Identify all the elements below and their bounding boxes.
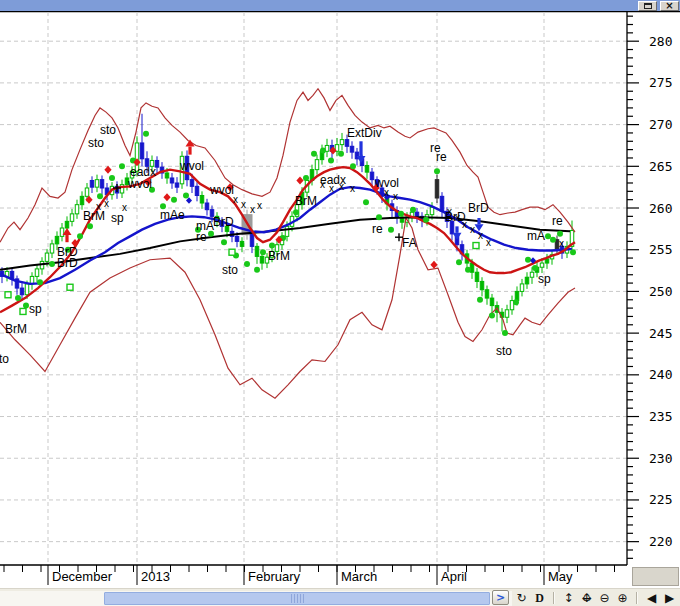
green-dot-marker — [456, 259, 462, 265]
horizontal-scrollbar[interactable] — [0, 591, 512, 606]
green-dot-marker — [570, 249, 576, 255]
scroll-right-button[interactable]: > — [492, 590, 509, 605]
candle-body — [170, 178, 174, 183]
candle-body — [485, 290, 489, 298]
expert-annotation: BrD — [445, 210, 466, 224]
expert-annotation: BrD — [468, 201, 489, 215]
candle-body — [440, 196, 444, 211]
zoom-out-button[interactable]: ⊖ — [597, 591, 612, 606]
candle-body — [20, 288, 24, 295]
candle-body — [350, 146, 354, 152]
x-letter-marker: x — [241, 199, 246, 210]
expert-annotation: BrD — [213, 215, 234, 229]
close-window-button[interactable]: × — [660, 1, 679, 11]
arrow-shaft — [477, 218, 480, 224]
expert-annotation: BrD — [57, 256, 78, 270]
price-chart-canvas: xxxxxxxxxxxxxxxxxxxxstostoeadxwvolwvolwv… — [0, 0, 680, 588]
green-square-marker — [5, 292, 11, 298]
y-axis-label: 280 — [649, 34, 672, 49]
green-dot-marker — [303, 175, 309, 181]
scrollbar-thumb[interactable] — [104, 592, 490, 605]
candle-body — [250, 233, 254, 246]
green-dot-marker — [525, 257, 531, 263]
candle-body — [515, 291, 519, 300]
green-dot-marker — [49, 261, 55, 267]
green-dot-marker — [183, 192, 189, 198]
candle-body — [75, 205, 79, 214]
green-dot-marker — [545, 233, 551, 239]
green-dot-marker — [15, 295, 21, 301]
arrow-shaft — [65, 235, 68, 242]
green-dot-marker — [320, 147, 326, 153]
y-axis-label: 225 — [649, 492, 672, 507]
candle-body — [195, 186, 199, 195]
next-chart-button[interactable]: ▶ — [662, 591, 677, 606]
green-dot-marker — [87, 223, 93, 229]
zoom-in-button[interactable]: ⊕ — [615, 591, 630, 606]
vertical-scale-button[interactable]: ↕ — [561, 591, 576, 606]
y-axis-label: 220 — [649, 534, 672, 549]
candle-body — [165, 173, 169, 178]
candle-body — [25, 284, 29, 295]
green-dot-marker — [388, 227, 394, 233]
toolbar-separator — [553, 592, 555, 604]
candle-body — [70, 214, 74, 222]
x-letter-marker: x — [257, 200, 262, 211]
expert-annotation: wvol — [127, 177, 152, 191]
y-axis-label: 270 — [649, 117, 672, 132]
green-dot-marker — [293, 209, 299, 215]
previous-chart-button[interactable]: ◀ — [644, 591, 659, 606]
candle-body — [530, 272, 534, 277]
pan-button[interactable]: ↔↕ — [579, 591, 594, 606]
candle-body — [490, 298, 494, 306]
green-dot-marker — [244, 261, 250, 267]
green-dot-marker — [97, 193, 103, 199]
arrow-shaft — [188, 147, 191, 155]
green-dot-marker — [423, 217, 429, 223]
candle-body — [475, 272, 479, 281]
candle-body — [545, 259, 549, 263]
green-dot-marker — [311, 151, 317, 157]
candle-body — [45, 253, 49, 261]
refresh-button[interactable]: ↻ — [514, 591, 529, 606]
x-letter-marker: x — [470, 224, 475, 235]
expert-annotation: mAe — [160, 208, 185, 222]
y-axis-label: 235 — [649, 409, 672, 424]
periodicity-daily-button[interactable]: D — [532, 591, 547, 606]
green-dot-marker — [254, 267, 260, 273]
green-dot-marker — [434, 168, 440, 174]
green-square-marker — [67, 284, 73, 290]
candle-body — [435, 180, 439, 198]
green-dot-marker — [465, 267, 471, 273]
mdi-title-strip: × — [0, 0, 680, 11]
expert-annotation: re — [552, 214, 563, 228]
green-square-marker — [20, 308, 26, 314]
green-dot-marker — [350, 163, 356, 169]
green-square-marker — [473, 243, 479, 249]
x-axis-month-label: March — [341, 569, 377, 584]
candle-body — [540, 263, 544, 267]
expert-annotation: ExtDiv — [347, 126, 382, 140]
candle-body — [260, 256, 264, 263]
candle-body — [370, 172, 374, 180]
y-axis-label: 260 — [649, 201, 672, 216]
restore-window-button[interactable] — [638, 1, 657, 11]
bottom-bar: > ↻D↕↔↕⊖⊕◀▶ — [0, 588, 680, 606]
candle-body — [235, 236, 239, 241]
y-axis-label: 240 — [649, 367, 672, 382]
candle-body — [480, 281, 484, 289]
green-dot-marker — [477, 297, 483, 303]
x-letter-marker: x — [478, 230, 483, 241]
expert-annotation: re — [196, 230, 207, 244]
expert-annotation: sto — [222, 263, 238, 277]
candle-body — [190, 180, 194, 187]
candle-body — [520, 284, 524, 292]
chart-app-window: × xxxxxxxxxxxxxxxxxxxxstostoeadxwvolwvol… — [0, 0, 680, 606]
chart-toolbar: ↻D↕↔↕⊖⊕◀▶ — [514, 590, 680, 606]
expert-annotation: sto — [496, 344, 512, 358]
green-square-marker — [229, 249, 235, 255]
arrow-shaft — [359, 141, 362, 156]
expert-annotation: sto — [0, 352, 9, 366]
candle-body — [415, 212, 419, 216]
toolbar-separator — [636, 592, 638, 604]
